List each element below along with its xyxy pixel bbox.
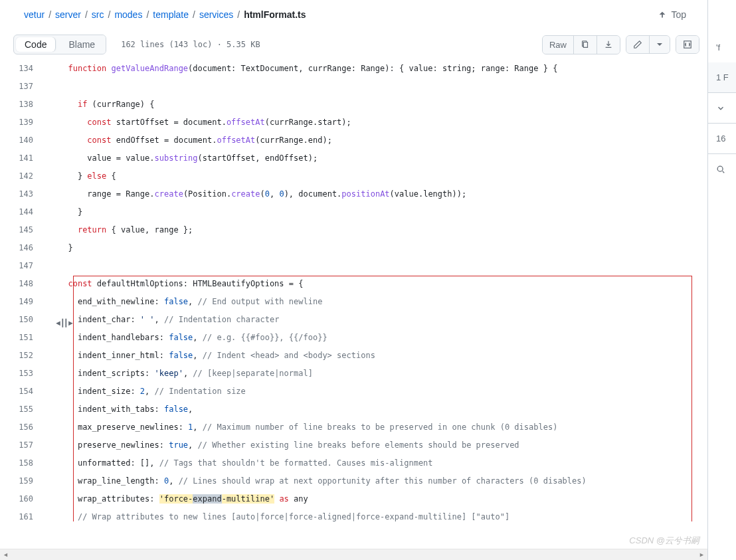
panel-line[interactable]: 16 xyxy=(708,124,736,154)
code-content[interactable]: indent_with_tabs: false, xyxy=(46,401,707,419)
code-content[interactable]: const endOffset = document.offsetAt(curr… xyxy=(46,132,707,149)
line-number[interactable]: 156 xyxy=(0,419,46,436)
code-content[interactable]: indent_scripts: 'keep', // [keep|separat… xyxy=(46,365,707,383)
code-line: 134 function getValueAndRange(document: … xyxy=(0,60,707,78)
code-content[interactable]: indent_char: ' ', // Indentation charact… xyxy=(46,311,707,329)
line-number[interactable]: 144 xyxy=(0,203,46,221)
code-content[interactable]: function getValueAndRange(document: Text… xyxy=(46,60,707,78)
code-line: 157 preserve_newlines: true, // Whether … xyxy=(0,436,707,454)
breadcrumb-link[interactable]: src xyxy=(92,9,104,20)
code-line: 149 end_with_newline: false, // End outp… xyxy=(0,293,707,311)
panel-collapse[interactable] xyxy=(708,93,736,124)
pencil-icon xyxy=(633,40,642,49)
code-content[interactable]: indent_inner_html: false, // Indent <hea… xyxy=(46,347,707,365)
line-number[interactable]: 139 xyxy=(0,114,46,132)
code-content[interactable]: wrap_line_length: 0, // Lines should wra… xyxy=(46,472,707,490)
breadcrumb-link[interactable]: modes xyxy=(114,9,142,20)
breadcrumb-link[interactable]: services xyxy=(199,9,233,20)
line-number[interactable]: 159 xyxy=(0,472,46,490)
code-content[interactable]: wrap_attributes: 'force-expand-multiline… xyxy=(46,490,707,508)
code-content[interactable]: } xyxy=(46,203,707,221)
edit-dropdown[interactable] xyxy=(649,36,670,53)
right-panel: 'f 1 F 16 xyxy=(707,0,736,560)
code-content[interactable]: } else { xyxy=(46,167,707,185)
code-content[interactable]: end_with_newline: false, // End output w… xyxy=(46,293,707,311)
scroll-right-icon[interactable]: ► xyxy=(696,549,707,561)
line-number[interactable]: 147 xyxy=(0,257,46,275)
chevron-down-icon xyxy=(716,104,725,113)
edit-button[interactable] xyxy=(626,36,649,53)
symbols-group xyxy=(676,35,699,54)
code-content[interactable]: value = value.substring(startOffset, end… xyxy=(46,149,707,167)
horizontal-scrollbar[interactable]: ◄ ► xyxy=(0,549,707,560)
code-content[interactable]: // Wrap attributes to new lines [auto|fo… xyxy=(46,508,707,521)
line-number[interactable]: 141 xyxy=(0,149,46,167)
code-content[interactable]: unformatted: [], // Tags that shouldn't … xyxy=(46,454,707,472)
line-number[interactable]: 161 xyxy=(0,508,46,521)
line-number[interactable]: 138 xyxy=(0,96,46,114)
line-number[interactable]: 152 xyxy=(0,347,46,365)
panel-references[interactable]: 1 F xyxy=(708,62,736,93)
code-content[interactable]: indent_size: 2, // Indentation size xyxy=(46,383,707,401)
code-line: 153 indent_scripts: 'keep', // [keep|sep… xyxy=(0,365,707,383)
code-content[interactable]: indent_handlebars: false, // e.g. {{#foo… xyxy=(46,329,707,347)
line-number[interactable]: 137 xyxy=(0,78,46,96)
line-number[interactable]: 149 xyxy=(0,293,46,311)
line-number[interactable]: 154 xyxy=(0,383,46,401)
code-content[interactable] xyxy=(46,257,707,275)
line-number[interactable]: 153 xyxy=(0,365,46,383)
code-area[interactable]: 134 function getValueAndRange(document: … xyxy=(0,60,707,521)
line-number[interactable]: 140 xyxy=(0,132,46,149)
code-content[interactable]: max_preserve_newlines: 1, // Maximum num… xyxy=(46,419,707,436)
raw-button[interactable]: Raw xyxy=(543,36,573,54)
code-line: 146 } xyxy=(0,239,707,257)
code-content[interactable]: preserve_newlines: true, // Whether exis… xyxy=(46,436,707,454)
line-number[interactable]: 155 xyxy=(0,401,46,419)
line-number[interactable]: 157 xyxy=(0,436,46,454)
code-line: 147 xyxy=(0,257,707,275)
breadcrumb-link[interactable]: template xyxy=(153,9,189,20)
breadcrumb: vetur/ server/ src/ modes/ template/ ser… xyxy=(0,0,707,29)
copy-icon xyxy=(581,40,590,49)
tab-blame[interactable]: Blame xyxy=(58,35,106,54)
code-line: 160 wrap_attributes: 'force-expand-multi… xyxy=(0,490,707,508)
panel-search[interactable] xyxy=(708,154,736,185)
line-number[interactable]: 145 xyxy=(0,221,46,239)
scroll-left-icon[interactable]: ◄ xyxy=(0,549,11,561)
line-number[interactable]: 146 xyxy=(0,239,46,257)
code-line: 139 const startOffset = document.offsetA… xyxy=(0,114,707,132)
line-number[interactable]: 148 xyxy=(0,275,46,293)
file-info: 162 lines (143 loc) · 5.35 KB xyxy=(121,40,260,49)
breadcrumb-current: htmlFormat.ts xyxy=(244,9,306,20)
code-content[interactable] xyxy=(46,78,707,96)
code-content[interactable]: range = Range.create(Position.create(0, … xyxy=(46,185,707,203)
code-line: 156 max_preserve_newlines: 1, // Maximum… xyxy=(0,419,707,436)
line-number[interactable]: 150 xyxy=(0,311,46,329)
code-line: 142 } else { xyxy=(0,167,707,185)
code-content[interactable]: return { value, range }; xyxy=(46,221,707,239)
line-number[interactable]: 158 xyxy=(0,454,46,472)
code-line: 154 indent_size: 2, // Indentation size xyxy=(0,383,707,401)
download-button[interactable] xyxy=(597,36,620,54)
line-number[interactable]: 143 xyxy=(0,185,46,203)
code-line: 140 const endOffset = document.offsetAt(… xyxy=(0,132,707,149)
breadcrumb-link[interactable]: server xyxy=(55,9,81,20)
symbols-button[interactable] xyxy=(676,36,699,53)
code-content[interactable]: const startOffset = document.offsetAt(cu… xyxy=(46,114,707,132)
raw-group: Raw xyxy=(542,35,620,54)
line-number[interactable]: 142 xyxy=(0,167,46,185)
watermark: CSDN @云兮书嗣 xyxy=(629,535,699,547)
arrow-up-icon xyxy=(658,10,667,19)
line-number[interactable]: 134 xyxy=(0,60,46,78)
tab-code[interactable]: Code xyxy=(16,37,56,52)
download-icon xyxy=(604,40,613,49)
caret-down-icon xyxy=(656,41,663,48)
code-content[interactable]: const defaultHtmlOptions: HTMLBeautifyOp… xyxy=(46,275,707,293)
code-content[interactable]: } xyxy=(46,239,707,257)
top-button[interactable]: Top xyxy=(658,9,697,20)
breadcrumb-link[interactable]: vetur xyxy=(24,9,45,20)
line-number[interactable]: 160 xyxy=(0,490,46,508)
line-number[interactable]: 151 xyxy=(0,329,46,347)
copy-button[interactable] xyxy=(573,36,597,54)
code-content[interactable]: if (currRange) { xyxy=(46,96,707,114)
